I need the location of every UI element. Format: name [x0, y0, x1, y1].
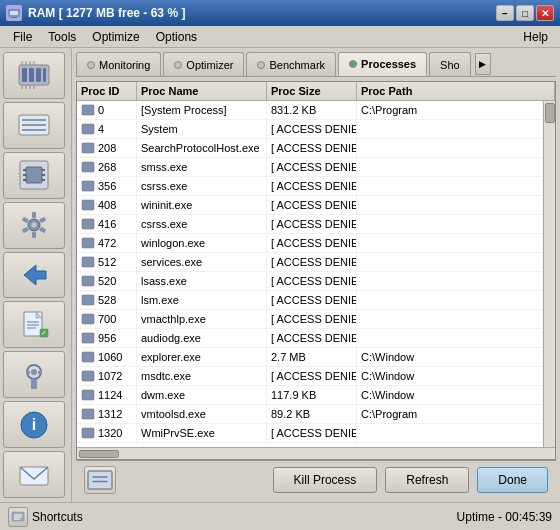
cell-proc-path: C:\Window	[357, 348, 543, 366]
cell-proc-id: 520	[77, 272, 137, 290]
svg-rect-4	[22, 68, 27, 82]
svg-rect-1	[10, 11, 18, 15]
action-bar: Kill Process Refresh Done	[76, 460, 556, 498]
cell-proc-id: 1312	[77, 405, 137, 423]
tab-optimizer[interactable]: Optimizer	[163, 52, 244, 76]
cell-proc-path	[357, 139, 543, 157]
svg-point-45	[31, 369, 37, 375]
action-icon-btn[interactable]	[84, 466, 116, 494]
cell-proc-name: System	[137, 120, 267, 138]
table-row[interactable]: 520lsass.exe[ ACCESS DENIED ]	[77, 272, 543, 291]
sidebar-btn-info[interactable]: i	[3, 401, 65, 448]
tab-shortcuts[interactable]: Sho	[429, 52, 471, 76]
horizontal-scrollbar[interactable]	[77, 447, 555, 459]
svg-text:✓: ✓	[41, 329, 47, 336]
sidebar-btn-circuit[interactable]	[3, 152, 65, 199]
shortcuts-icon[interactable]	[8, 507, 28, 527]
close-button[interactable]: ✕	[536, 5, 554, 21]
maximize-button[interactable]: □	[516, 5, 534, 21]
cell-proc-size: [ ACCESS DENIED ]	[267, 158, 357, 176]
svg-rect-66	[82, 371, 94, 381]
sidebar-btn-settings[interactable]	[3, 351, 65, 398]
table-row[interactable]: 416csrss.exe[ ACCESS DENIED ]	[77, 215, 543, 234]
cell-proc-name: msdtc.exe	[137, 367, 267, 385]
cell-proc-id: 512	[77, 253, 137, 271]
cell-proc-path	[357, 291, 543, 309]
cell-proc-name: vmacthlp.exe	[137, 310, 267, 328]
cell-proc-size: [ ACCESS DENIED ]	[267, 234, 357, 252]
table-header: Proc ID Proc Name Proc Size Proc Path	[77, 82, 555, 101]
table-row[interactable]: 0[System Process]831.2 KBC:\Program	[77, 101, 543, 120]
svg-rect-62	[82, 295, 94, 305]
svg-rect-48	[38, 371, 42, 374]
cell-proc-path	[357, 310, 543, 328]
table-row[interactable]: 4System[ ACCESS DENIED ]	[77, 120, 543, 139]
table-row[interactable]: 408wininit.exe[ ACCESS DENIED ]	[77, 196, 543, 215]
tab-monitoring[interactable]: Monitoring	[76, 52, 161, 76]
cell-proc-size: [ ACCESS DENIED ]	[267, 367, 357, 385]
svg-rect-54	[82, 143, 94, 153]
cell-proc-path	[357, 329, 543, 347]
cell-proc-path: C:\Window	[357, 367, 543, 385]
cell-proc-path: C:\Program	[357, 101, 543, 119]
svg-rect-69	[82, 428, 94, 438]
cell-proc-path: C:\Window	[357, 386, 543, 404]
tab-dot-processes	[349, 60, 357, 68]
table-row[interactable]: 528lsm.exe[ ACCESS DENIED ]	[77, 291, 543, 310]
done-button[interactable]: Done	[477, 467, 548, 493]
cell-proc-name: lsass.exe	[137, 272, 267, 290]
status-left: Shortcuts	[8, 507, 83, 527]
table-row[interactable]: 512services.exe[ ACCESS DENIED ]	[77, 253, 543, 272]
menu-tools[interactable]: Tools	[41, 28, 83, 46]
table-row[interactable]: 1072msdtc.exe[ ACCESS DENIED ]C:\Window	[77, 367, 543, 386]
menu-file[interactable]: File	[6, 28, 39, 46]
minimize-button[interactable]: −	[496, 5, 514, 21]
table-row[interactable]: 1060explorer.exe2.7 MBC:\Window	[77, 348, 543, 367]
sidebar-btn-document[interactable]: ✓	[3, 301, 65, 348]
cell-proc-id: 528	[77, 291, 137, 309]
tab-dot-optimizer	[174, 61, 182, 69]
h-scroll-thumb[interactable]	[79, 450, 119, 458]
sidebar-btn-gear[interactable]	[3, 202, 65, 249]
kill-process-button[interactable]: Kill Process	[273, 467, 378, 493]
svg-rect-53	[82, 124, 94, 134]
svg-rect-67	[82, 390, 94, 400]
menu-help[interactable]: Help	[517, 29, 554, 45]
cell-proc-id: 416	[77, 215, 137, 233]
cell-proc-id: 408	[77, 196, 137, 214]
sidebar-btn-arrow[interactable]	[3, 252, 65, 299]
sidebar-btn-mail[interactable]	[3, 451, 65, 498]
col-proc-id: Proc ID	[77, 82, 137, 100]
menu-optimize[interactable]: Optimize	[85, 28, 146, 46]
table-row[interactable]: 472winlogon.exe[ ACCESS DENIED ]	[77, 234, 543, 253]
cell-proc-size: 117.9 KB	[267, 386, 357, 404]
svg-rect-31	[39, 217, 46, 223]
table-body[interactable]: 0[System Process]831.2 KBC:\Program4Syst…	[77, 101, 543, 447]
table-row[interactable]: 700vmacthlp.exe[ ACCESS DENIED ]	[77, 310, 543, 329]
table-row[interactable]: 356csrss.exe[ ACCESS DENIED ]	[77, 177, 543, 196]
table-row[interactable]: 1124dwm.exe117.9 KBC:\Window	[77, 386, 543, 405]
table-row[interactable]: 956audiodg.exe[ ACCESS DENIED ]	[77, 329, 543, 348]
menu-options[interactable]: Options	[149, 28, 204, 46]
tab-processes[interactable]: Processes	[338, 52, 427, 76]
process-table: Proc ID Proc Name Proc Size Proc Path 0[…	[76, 81, 556, 460]
cell-proc-id: 1124	[77, 386, 137, 404]
cell-proc-name: WmiPrvSE.exe	[137, 424, 267, 442]
sidebar-btn-monitor[interactable]	[3, 102, 65, 149]
table-row[interactable]: 1320WmiPrvSE.exe[ ACCESS DENIED ]	[77, 424, 543, 443]
table-row[interactable]: 268smss.exe[ ACCESS DENIED ]	[77, 158, 543, 177]
cell-proc-id: 956	[77, 329, 137, 347]
svg-rect-5	[29, 68, 34, 82]
refresh-button[interactable]: Refresh	[385, 467, 469, 493]
table-row[interactable]: 208SearchProtocolHost.exe[ ACCESS DENIED…	[77, 139, 543, 158]
tab-scroll-right[interactable]: ▶	[475, 53, 491, 75]
sidebar-btn-ram[interactable]	[3, 52, 65, 99]
table-row[interactable]: 1312vmtoolsd.exe89.2 KBC:\Program	[77, 405, 543, 424]
svg-rect-55	[82, 162, 94, 172]
cell-proc-name: dwm.exe	[137, 386, 267, 404]
tab-benchmark[interactable]: Benchmark	[246, 52, 336, 76]
cell-proc-path	[357, 196, 543, 214]
cell-proc-size: 2.7 MB	[267, 348, 357, 366]
vertical-scrollbar[interactable]	[543, 101, 555, 447]
cell-proc-id: 1320	[77, 424, 137, 442]
